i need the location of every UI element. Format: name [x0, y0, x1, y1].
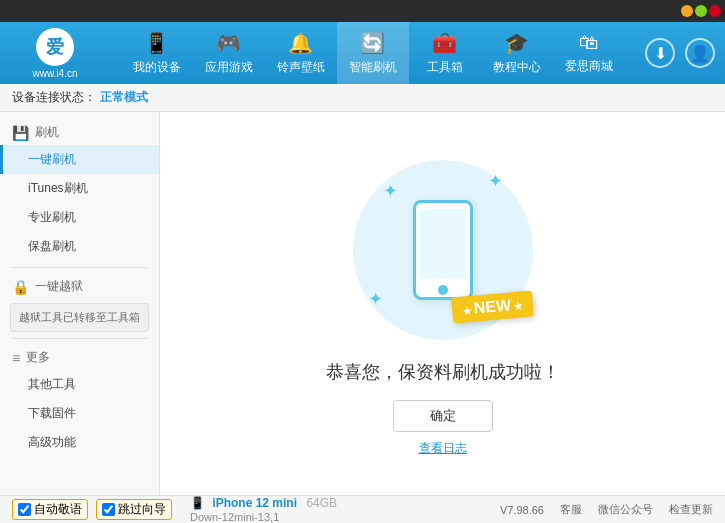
success-text: 恭喜您，保资料刷机成功啦！	[326, 360, 560, 384]
nav-ringtones-label: 铃声壁纸	[277, 59, 325, 76]
logo-area[interactable]: 爱 www.i4.cn	[10, 28, 100, 79]
back-link[interactable]: 查看日志	[419, 440, 467, 457]
status-bar: 设备连接状态： 正常模式	[0, 84, 725, 112]
minimize-button[interactable]	[681, 5, 693, 17]
logo-text: www.i4.cn	[32, 68, 77, 79]
more-icon: ≡	[12, 350, 20, 366]
sparkle-3: ✦	[368, 288, 383, 310]
title-bar	[0, 0, 725, 22]
skip-wizard-checkbox-label[interactable]: 跳过向导	[96, 499, 172, 520]
sidebar-item-pro-flash[interactable]: 专业刷机	[0, 203, 159, 232]
download-firmware-label: 下载固件	[28, 406, 76, 420]
success-illustration: ✦ ✦ ✦ NEW	[343, 150, 543, 350]
nav-smart-flash[interactable]: 🔄 智能刷机	[337, 22, 409, 84]
sidebar-item-advanced[interactable]: 高级功能	[0, 428, 159, 457]
nav-tutorials[interactable]: 🎓 教程中心	[481, 22, 553, 84]
phone-body	[413, 200, 473, 300]
sidebar-item-download-firmware[interactable]: 下载固件	[0, 399, 159, 428]
logo-symbol: 爱	[46, 35, 64, 59]
sidebar-divider-1	[12, 267, 147, 268]
content-area: ✦ ✦ ✦ NEW 恭喜您，保资料刷机成功啦！ 确定 查看日志	[160, 112, 725, 495]
more-section-label: 更多	[26, 349, 50, 366]
auto-flash-checkbox-label[interactable]: 自动敬语	[12, 499, 88, 520]
main-layout: 💾 刷机 一键刷机 iTunes刷机 专业刷机 保盘刷机 🔒 一键越狱	[0, 112, 725, 495]
nav-apps-games[interactable]: 🎮 应用游戏	[193, 22, 265, 84]
new-badge: NEW	[451, 291, 534, 324]
status-value: 正常模式	[100, 89, 148, 106]
sidebar-item-save-flash[interactable]: 保盘刷机	[0, 232, 159, 261]
nav-smart-flash-icon: 🔄	[360, 31, 385, 55]
sidebar-divider-2	[12, 338, 147, 339]
nav-store[interactable]: 🛍 爱思商城	[553, 22, 625, 84]
auto-flash-label: 自动敬语	[34, 501, 82, 518]
sidebar-item-other-tools[interactable]: 其他工具	[0, 370, 159, 399]
top-nav: 爱 www.i4.cn 📱 我的设备 🎮 应用游戏 🔔 铃声壁纸 🔄 智能刷机 …	[0, 22, 725, 84]
window-controls[interactable]	[681, 5, 721, 17]
nav-store-label: 爱思商城	[565, 58, 613, 75]
customer-service-link[interactable]: 客服	[560, 502, 582, 517]
logo-icon: 爱	[36, 28, 74, 66]
nav-my-device[interactable]: 📱 我的设备	[121, 22, 193, 84]
lock-icon: 🔒	[12, 279, 29, 295]
nav-smart-flash-label: 智能刷机	[349, 59, 397, 76]
jailbreak-notice-box: 越狱工具已转移至工具箱	[10, 303, 149, 332]
nav-tutorials-icon: 🎓	[504, 31, 529, 55]
nav-apps-games-label: 应用游戏	[205, 59, 253, 76]
nav-apps-games-icon: 🎮	[216, 31, 241, 55]
nav-items: 📱 我的设备 🎮 应用游戏 🔔 铃声壁纸 🔄 智能刷机 🧰 工具箱 🎓 教程中心…	[100, 22, 645, 84]
sidebar-item-one-click-flash[interactable]: 一键刷机	[0, 145, 159, 174]
maximize-button[interactable]	[695, 5, 707, 17]
check-update-link[interactable]: 检查更新	[669, 502, 713, 517]
other-tools-label: 其他工具	[28, 377, 76, 391]
user-button[interactable]: 👤	[685, 38, 715, 68]
phone-icon: 📱	[190, 496, 205, 510]
nav-ringtones-icon: 🔔	[288, 31, 313, 55]
nav-toolbox-icon: 🧰	[432, 31, 457, 55]
jailbreak-label: 一键越狱	[35, 278, 83, 295]
sparkle-2: ✦	[488, 170, 503, 192]
status-label: 设备连接状态：	[12, 89, 96, 106]
nav-toolbox-label: 工具箱	[427, 59, 463, 76]
nav-ringtones[interactable]: 🔔 铃声壁纸	[265, 22, 337, 84]
nav-tutorials-label: 教程中心	[493, 59, 541, 76]
auto-flash-checkbox[interactable]	[18, 503, 31, 516]
bottom-bar: 自动敬语 跳过向导 📱 iPhone 12 mini 64GB Down-12m…	[0, 495, 725, 523]
sidebar: 💾 刷机 一键刷机 iTunes刷机 专业刷机 保盘刷机 🔒 一键越狱	[0, 112, 160, 495]
jailbreak-section-title: 🔒 一键越狱	[0, 274, 159, 299]
skip-wizard-checkbox[interactable]	[102, 503, 115, 516]
confirm-button[interactable]: 确定	[393, 400, 493, 432]
skip-wizard-label: 跳过向导	[118, 501, 166, 518]
download-button[interactable]: ⬇	[645, 38, 675, 68]
jailbreak-section: 🔒 一键越狱 越狱工具已转移至工具箱	[0, 274, 159, 332]
nav-toolbox[interactable]: 🧰 工具箱	[409, 22, 481, 84]
bottom-row-controls: 自动敬语 跳过向导 📱 iPhone 12 mini 64GB Down-12m…	[0, 496, 725, 523]
sidebar-item-itunes-flash[interactable]: iTunes刷机	[0, 174, 159, 203]
device-name: iPhone 12 mini	[212, 496, 297, 510]
phone-home-button	[438, 285, 448, 295]
more-section-title: ≡ 更多	[0, 345, 159, 370]
one-click-flash-label: 一键刷机	[28, 152, 76, 166]
pro-flash-label: 专业刷机	[28, 210, 76, 224]
bottom-right: V7.98.66 客服 微信公众号 检查更新	[500, 502, 713, 517]
nav-my-device-label: 我的设备	[133, 59, 181, 76]
flash-section: 💾 刷机 一键刷机 iTunes刷机 专业刷机 保盘刷机	[0, 120, 159, 261]
version-text: V7.98.66	[500, 504, 544, 516]
device-storage: 64GB	[306, 496, 337, 510]
wechat-link[interactable]: 微信公众号	[598, 502, 653, 517]
close-button[interactable]	[709, 5, 721, 17]
phone-background: ✦ ✦ ✦ NEW	[353, 160, 533, 340]
sparkle-1: ✦	[383, 180, 398, 202]
advanced-label: 高级功能	[28, 435, 76, 449]
phone-screen	[420, 209, 466, 279]
flash-section-label: 刷机	[35, 124, 59, 141]
jailbreak-notice: 越狱工具已转移至工具箱	[19, 310, 140, 325]
device-info: 📱 iPhone 12 mini 64GB Down-12mini-13,1	[190, 496, 337, 524]
flash-section-title: 💾 刷机	[0, 120, 159, 145]
nav-my-device-icon: 📱	[144, 31, 169, 55]
nav-store-icon: 🛍	[579, 31, 599, 54]
device-firmware: Down-12mini-13,1	[190, 511, 279, 523]
save-flash-label: 保盘刷机	[28, 239, 76, 253]
flash-section-icon: 💾	[12, 125, 29, 141]
more-section: ≡ 更多 其他工具 下载固件 高级功能	[0, 345, 159, 457]
nav-right-buttons: ⬇ 👤	[645, 38, 715, 68]
